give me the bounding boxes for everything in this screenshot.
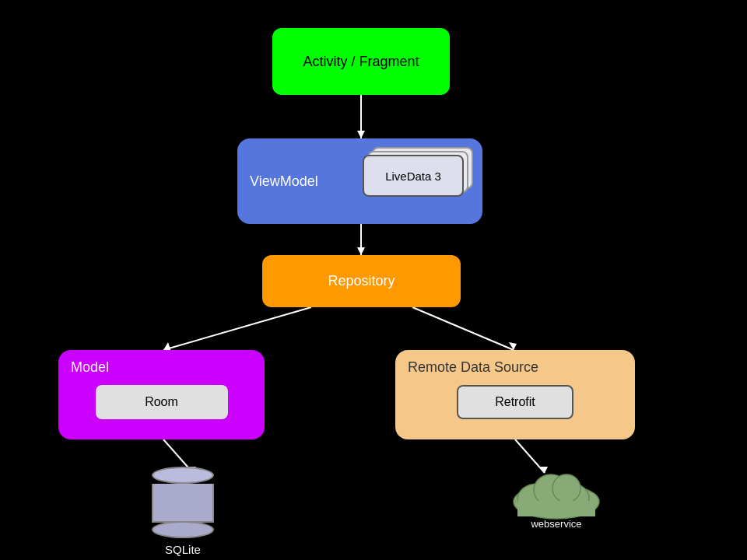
remote-data-source-label: Remote Data Source <box>408 359 538 376</box>
sqlite-cylinder <box>152 467 214 540</box>
svg-line-4 <box>163 307 311 350</box>
livedata-stack: LiveData 3 <box>361 155 470 208</box>
retrofit-label: Retrofit <box>495 395 535 409</box>
svg-marker-3 <box>357 247 365 255</box>
cylinder-bottom <box>152 521 214 538</box>
webservice-container: webservice <box>506 467 607 530</box>
svg-line-6 <box>412 307 514 350</box>
room-card: Room <box>96 385 228 419</box>
retrofit-card: Retrofit <box>457 385 573 419</box>
svg-marker-7 <box>509 342 517 350</box>
cylinder-body <box>152 484 214 523</box>
svg-point-16 <box>552 474 580 502</box>
cloud-shape <box>506 467 607 521</box>
model-label: Model <box>71 359 109 376</box>
livedata-card-front: LiveData 3 <box>363 155 464 197</box>
model-box: Model Room <box>58 350 265 439</box>
sqlite-label: SQLite <box>165 543 201 556</box>
repository-label: Repository <box>328 273 395 289</box>
cylinder-top <box>152 467 214 484</box>
viewmodel-box: ViewModel LiveData 3 <box>237 138 482 224</box>
svg-marker-1 <box>357 131 365 138</box>
cloud-svg <box>506 467 607 521</box>
sqlite-container: SQLite <box>152 467 214 556</box>
diagram-container: Activity / Fragment ViewModel LiveData 3… <box>0 0 747 560</box>
viewmodel-label: ViewModel <box>250 173 318 190</box>
room-label: Room <box>145 395 178 409</box>
svg-rect-17 <box>517 501 595 516</box>
livedata-label: LiveData 3 <box>385 170 441 183</box>
activity-fragment-box: Activity / Fragment <box>272 28 450 95</box>
activity-fragment-label: Activity / Fragment <box>303 54 419 70</box>
remote-data-source-box: Remote Data Source Retrofit <box>395 350 635 439</box>
repository-box: Repository <box>262 255 461 307</box>
